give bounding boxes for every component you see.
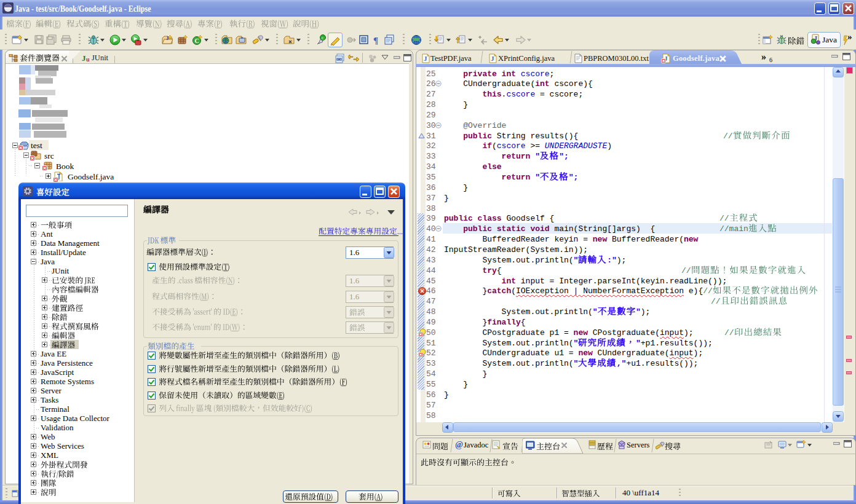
- svg-text:J: J: [491, 55, 494, 62]
- svg-text:u: u: [86, 56, 90, 62]
- svg-text:C: C: [322, 36, 325, 41]
- svg-text:¶: ¶: [373, 36, 378, 45]
- svg-text:J: J: [82, 53, 86, 62]
- svg-text:J: J: [166, 35, 169, 41]
- svg-text:J: J: [424, 55, 427, 62]
- svg-text:C: C: [195, 37, 199, 44]
